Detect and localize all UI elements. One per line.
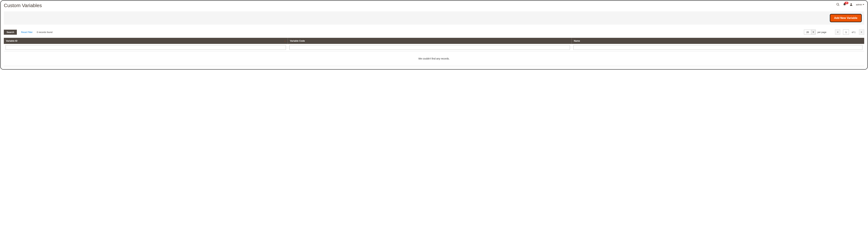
admin-user-label: admin bbox=[856, 3, 862, 6]
per-page-label: per page bbox=[817, 31, 826, 33]
page-size-input[interactable] bbox=[804, 30, 811, 34]
empty-row: We couldn't find any records. bbox=[4, 51, 864, 66]
add-new-variable-button[interactable]: Add New Variable bbox=[830, 14, 862, 22]
action-bar: Add New Variable bbox=[4, 11, 864, 25]
empty-message: We couldn't find any records. bbox=[4, 51, 864, 66]
search-icon[interactable] bbox=[836, 3, 840, 6]
sort-arrow-icon: ↓ bbox=[284, 40, 286, 42]
prev-page-button[interactable] bbox=[835, 30, 840, 35]
page-title: Custom Variables bbox=[4, 3, 42, 8]
svg-line-1 bbox=[838, 5, 839, 6]
next-page-button[interactable] bbox=[859, 30, 864, 35]
total-pages-label: of 1 bbox=[852, 31, 856, 33]
header-actions: 33 admin bbox=[836, 3, 864, 6]
chevron-right-icon bbox=[861, 31, 862, 33]
search-button[interactable]: Search bbox=[4, 30, 17, 35]
col-name[interactable]: Name bbox=[572, 38, 864, 44]
current-page-input[interactable] bbox=[843, 30, 849, 35]
records-found: 0 records found bbox=[37, 31, 53, 33]
caret-down-icon bbox=[863, 4, 864, 5]
notification-badge: 33 bbox=[844, 2, 848, 4]
chevron-down-icon bbox=[813, 32, 814, 33]
variables-grid: Variable ID ↓ Variable Code Name We coul… bbox=[4, 38, 864, 66]
account-icon[interactable] bbox=[849, 3, 853, 6]
page-size-dropdown[interactable] bbox=[811, 30, 815, 34]
col-variable-id[interactable]: Variable ID ↓ bbox=[4, 38, 288, 44]
svg-point-0 bbox=[837, 3, 839, 5]
filter-variable-code[interactable] bbox=[289, 45, 570, 50]
chevron-left-icon bbox=[837, 31, 838, 33]
notifications-icon[interactable]: 33 bbox=[843, 3, 846, 6]
filter-name[interactable] bbox=[574, 45, 863, 50]
filter-row bbox=[4, 44, 864, 51]
admin-user-menu[interactable]: admin bbox=[856, 3, 864, 6]
col-variable-code[interactable]: Variable Code bbox=[288, 38, 571, 44]
svg-point-2 bbox=[850, 3, 852, 4]
reset-filter-link[interactable]: Reset Filter bbox=[21, 31, 32, 33]
filter-variable-id[interactable] bbox=[5, 45, 286, 50]
